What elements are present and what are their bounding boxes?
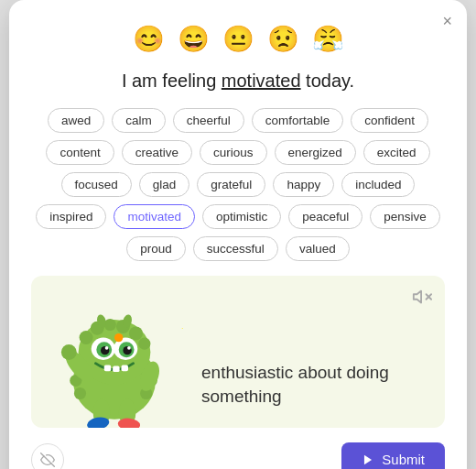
svg-marker-39 xyxy=(414,291,421,303)
svg-point-26 xyxy=(127,346,131,350)
tag-content[interactable]: content xyxy=(46,140,114,165)
svg-rect-30 xyxy=(122,365,129,372)
submit-icon xyxy=(362,453,374,466)
eye-slash-icon xyxy=(40,453,55,467)
svg-point-13 xyxy=(104,319,116,331)
svg-point-16 xyxy=(138,338,150,350)
tag-cheerful[interactable]: cheerful xyxy=(173,108,244,133)
tag-energized[interactable]: energized xyxy=(275,140,356,165)
emoji-selector: 😊😄😐😟😤 xyxy=(31,22,445,56)
tag-valued[interactable]: valued xyxy=(286,236,350,261)
tag-calm[interactable]: calm xyxy=(112,108,166,133)
feeling-sentence: I am feeling motivated today. xyxy=(31,71,445,92)
tag-proud[interactable]: proud xyxy=(126,236,186,261)
tag-peaceful[interactable]: peaceful xyxy=(288,204,362,229)
svg-point-15 xyxy=(129,326,143,340)
neutral-emoji[interactable]: 😐 xyxy=(221,22,256,56)
svg-rect-28 xyxy=(104,365,112,372)
tag-excited[interactable]: excited xyxy=(363,140,430,165)
tag-glad[interactable]: glad xyxy=(139,172,190,197)
svg-point-32 xyxy=(61,344,77,360)
tag-motivated[interactable]: motivated xyxy=(114,204,195,229)
tag-happy[interactable]: happy xyxy=(273,172,334,197)
tag-pensive[interactable]: pensive xyxy=(370,204,440,229)
tag-curious[interactable]: curious xyxy=(200,140,267,165)
close-button[interactable]: × xyxy=(442,13,452,29)
illustration-description: enthusiastic about doing something xyxy=(192,361,427,428)
svg-text:✦: ✦ xyxy=(180,321,183,336)
tag-focused[interactable]: focused xyxy=(61,172,132,197)
feeling-word: motivated xyxy=(222,71,301,91)
svg-rect-29 xyxy=(113,366,120,373)
svg-point-11 xyxy=(80,331,93,344)
tag-confident[interactable]: confident xyxy=(351,108,428,133)
mute-button[interactable] xyxy=(412,287,432,311)
svg-point-27 xyxy=(114,333,123,342)
feeling-suffix: today. xyxy=(301,71,355,91)
tag-creative[interactable]: creative xyxy=(122,140,192,165)
modal-footer: Submit xyxy=(31,442,445,469)
svg-point-25 xyxy=(105,346,109,350)
monster-svg: ✦ xyxy=(46,290,183,428)
tag-comfortable[interactable]: comfortable xyxy=(252,108,344,133)
hide-button[interactable] xyxy=(31,443,64,470)
angry-emoji[interactable]: 😤 xyxy=(310,22,346,56)
monster-illustration: ✦ xyxy=(46,290,192,428)
mood-tags: awedcalmcheerfulcomfortableconfidentcont… xyxy=(31,108,445,261)
svg-marker-43 xyxy=(364,454,372,464)
tag-inspired[interactable]: inspired xyxy=(36,204,106,229)
submit-button[interactable]: Submit xyxy=(341,442,445,469)
motivated-emoji[interactable]: 😄 xyxy=(176,22,211,56)
tag-included[interactable]: included xyxy=(341,172,415,197)
tag-awed[interactable]: awed xyxy=(48,108,104,133)
sad-emoji[interactable]: 😟 xyxy=(265,22,301,56)
feeling-modal: × 😊😄😐😟😤 I am feeling motivated today. aw… xyxy=(9,0,467,469)
svg-point-3 xyxy=(74,387,86,399)
tag-successful[interactable]: successful xyxy=(193,236,278,261)
feeling-prefix: I am feeling xyxy=(122,71,222,91)
illustration-box: ✦ enthusiastic about doing something xyxy=(31,276,445,428)
tag-optimistic[interactable]: optimistic xyxy=(202,204,281,229)
tag-grateful[interactable]: grateful xyxy=(197,172,265,197)
happy-emoji[interactable]: 😊 xyxy=(131,22,167,56)
